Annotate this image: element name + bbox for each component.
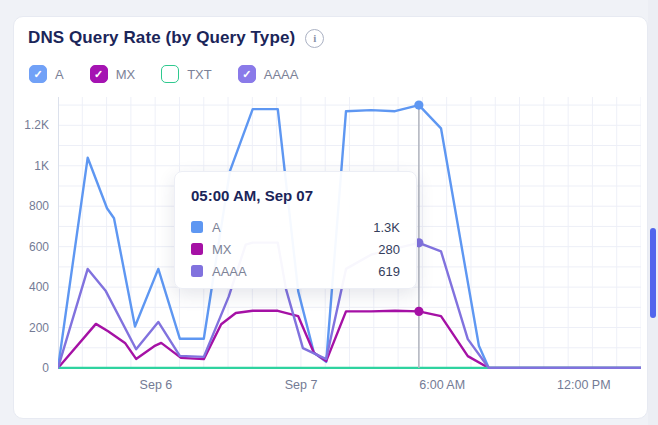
x-tick-label: Sep 7: [285, 378, 318, 392]
tooltip-row-a: A1.3K: [191, 216, 400, 238]
checked-checkbox-icon[interactable]: ✓: [90, 65, 108, 83]
tooltip-series-value: 619: [378, 264, 400, 279]
y-tick-label: 600: [14, 240, 49, 254]
series-swatch-icon: [191, 243, 203, 255]
tooltip-title: 05:00 AM, Sep 07: [191, 187, 400, 204]
dns-query-rate-card: DNS Query Rate (by Query Type) i ✓A✓MXTX…: [13, 16, 648, 419]
page-scrollbar-thumb[interactable]: [650, 228, 656, 318]
legend-label: MX: [116, 67, 136, 82]
unchecked-checkbox-icon[interactable]: [161, 65, 179, 83]
card-header: DNS Query Rate (by Query Type) i: [14, 17, 647, 48]
legend-label: TXT: [187, 67, 212, 82]
tooltip-series-label: MX: [212, 242, 369, 257]
legend-label: AAAA: [264, 67, 299, 82]
tooltip-series-label: AAAA: [212, 264, 369, 279]
tooltip-series-value: 280: [378, 242, 400, 257]
checked-checkbox-icon[interactable]: ✓: [29, 65, 47, 83]
y-tick-label: 200: [14, 321, 49, 335]
tooltip-rows: A1.3KMX280AAAA619: [191, 216, 400, 282]
series-swatch-icon: [191, 265, 203, 277]
legend-item-mx[interactable]: ✓MX: [90, 65, 136, 83]
series-swatch-icon: [191, 221, 203, 233]
legend-item-aaaa[interactable]: ✓AAAA: [238, 65, 299, 83]
checked-checkbox-icon[interactable]: ✓: [238, 65, 256, 83]
page-scrollbar-track[interactable]: [648, 0, 658, 425]
y-tick-label: 0: [14, 361, 49, 375]
tooltip-row-aaaa: AAAA619: [191, 260, 400, 282]
legend-item-a[interactable]: ✓A: [29, 65, 64, 83]
crosshair-dot-mx[interactable]: [414, 307, 423, 316]
tooltip-series-value: 1.3K: [373, 220, 400, 235]
crosshair-dot-a[interactable]: [414, 100, 423, 109]
legend-item-txt[interactable]: TXT: [161, 65, 212, 83]
x-tick-label: Sep 6: [140, 378, 173, 392]
y-tick-label: 1K: [14, 159, 49, 173]
y-tick-label: 1.2K: [14, 118, 49, 132]
x-tick-label: 12:00 PM: [557, 378, 611, 392]
x-tick-label: 6:00 AM: [419, 378, 465, 392]
page: { "page": { "background": "#f0f2f7" }, "…: [0, 0, 658, 425]
legend-row: ✓A✓MXTXT✓AAAA: [14, 48, 647, 83]
chart-tooltip: 05:00 AM, Sep 07 A1.3KMX280AAAA619: [174, 171, 417, 289]
tooltip-series-label: A: [212, 220, 364, 235]
tooltip-row-mx: MX280: [191, 238, 400, 260]
y-tick-label: 400: [14, 280, 49, 294]
info-icon[interactable]: i: [305, 29, 324, 48]
y-tick-label: 800: [14, 199, 49, 213]
card-title: DNS Query Rate (by Query Type): [28, 28, 295, 48]
legend-label: A: [55, 67, 64, 82]
